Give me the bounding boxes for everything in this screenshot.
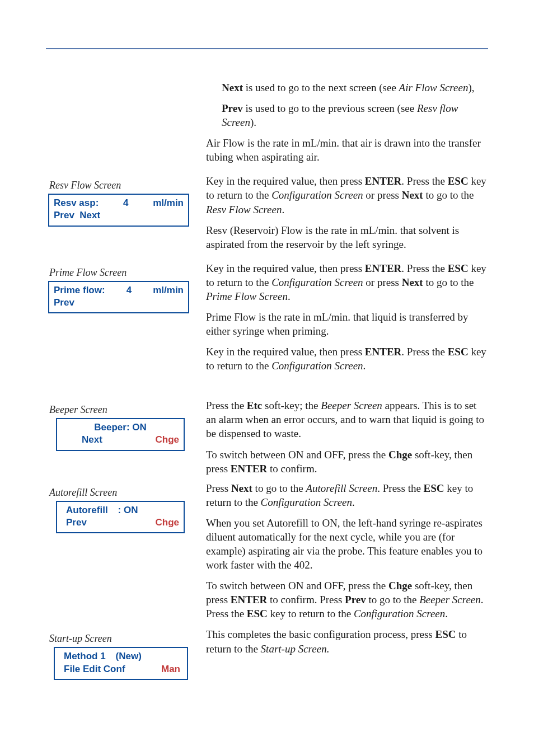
resv-lcd-unit: ml/min <box>153 197 184 209</box>
startup-p1: This completes the basic configuration p… <box>206 627 488 655</box>
intro-prev: Prev is used to go to the previous scree… <box>206 101 488 129</box>
resv-lcd-value: 4 <box>99 197 153 209</box>
resv-lcd-nav: Prev Next <box>54 209 100 222</box>
autorefill-p1: Press Next to go to the Autorefill Scree… <box>206 481 488 509</box>
resv-p2: Resv (Reservoir) Flow is the rate in mL/… <box>206 223 488 251</box>
startup-lcd-new: (New) <box>106 650 142 663</box>
word-prev: Prev <box>222 102 243 114</box>
resv-lcd-label: Resv asp: <box>54 197 99 209</box>
resv-lcd: Resv asp: 4 ml/min Prev Next <box>48 194 189 226</box>
beeper-lcd-next: Next <box>62 434 102 446</box>
autorefill-lcd-prev: Prev <box>62 516 87 529</box>
prime-lcd-unit: ml/min <box>153 284 184 297</box>
startup-lcd: Method 1 (New) File Edit Conf Man <box>54 647 188 679</box>
autorefill-lcd: Autorefill : ON Prev Chge <box>56 501 185 533</box>
startup-lcd-man: Man <box>125 663 182 675</box>
autorefill-p2: When you set Autorefill to ON, the left-… <box>206 516 488 572</box>
prime-p2: Prime Flow is the rate in mL/min. that l… <box>206 310 488 338</box>
beeper-lcd-chge: Chge <box>102 434 179 446</box>
beeper-lcd-line1: Beeper: ON <box>62 421 179 434</box>
airflow-paragraph: Air Flow is the rate in mL/min. that air… <box>206 136 488 164</box>
prime-caption: Prime Flow Screen <box>49 267 196 279</box>
resv-caption: Resv Flow Screen <box>49 180 196 191</box>
autorefill-caption: Autorefill Screen <box>49 487 196 499</box>
top-rule <box>46 48 488 49</box>
beeper-caption: Beeper Screen <box>49 404 196 416</box>
prime-lcd: Prime flow: 4 ml/min Prev <box>48 281 189 313</box>
autorefill-lcd-chge: Chge <box>87 516 179 529</box>
startup-lcd-menu: File Edit Conf <box>59 663 125 675</box>
prime-lcd-value: 4 <box>105 284 153 297</box>
autorefill-p3: To switch between ON and OFF, press the … <box>206 579 488 621</box>
page: Next is used to go to the next screen (s… <box>0 0 534 713</box>
autorefill-lcd-label: Autorefill <box>62 504 108 516</box>
beeper-lcd: Beeper: ON Next Chge <box>56 418 185 450</box>
startup-caption: Start-up Screen <box>49 633 196 645</box>
autorefill-lcd-value: : ON <box>108 504 138 516</box>
prime-lcd-label: Prime flow: <box>54 284 105 297</box>
beeper-p2: To switch between ON and OFF, press the … <box>206 448 488 476</box>
prime-lcd-nav: Prev <box>54 297 74 309</box>
intro-next: Next is used to go to the next screen (s… <box>206 81 488 95</box>
startup-lcd-method: Method 1 <box>59 650 106 663</box>
beeper-p1: Press the Etc soft-key; the Beeper Scree… <box>206 398 488 440</box>
word-next: Next <box>222 82 243 93</box>
prime-p1: Key in the required value, then press EN… <box>206 261 488 303</box>
resv-p1: Key in the required value, then press EN… <box>206 174 488 216</box>
prime-p3: Key in the required value, then press EN… <box>206 345 488 373</box>
